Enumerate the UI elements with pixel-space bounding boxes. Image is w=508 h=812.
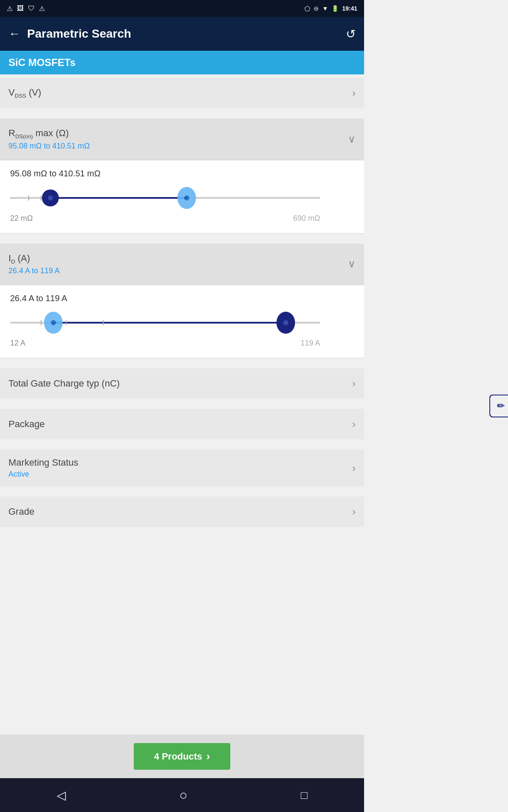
nav-back-button[interactable]: ◁ <box>57 788 66 802</box>
rds-slider-fill <box>50 197 187 199</box>
rds-thumb-left[interactable] <box>41 189 60 207</box>
products-button-label: 4 Products <box>154 751 202 762</box>
bluetooth-icon: ⬠ <box>304 5 310 13</box>
id-max-label: 119 A <box>301 339 320 348</box>
filter-package: Package › <box>0 409 364 439</box>
products-button[interactable]: 4 Products › <box>134 743 230 770</box>
filter-marketing-value: Active <box>8 470 78 479</box>
id-slider-wrapper: 12 A 119 A <box>10 310 320 348</box>
rds-slider-container[interactable] <box>10 185 320 211</box>
warning-icon-2: ⚠ <box>39 5 45 13</box>
id-thumb-left[interactable] <box>44 313 63 332</box>
warning-icon-1: ⚠ <box>7 5 13 13</box>
rds-slider-labels: 22 mΩ 690 mΩ <box>10 214 320 223</box>
rds-slider-track <box>10 197 320 199</box>
battery-icon: 🔋 <box>331 5 339 12</box>
back-button[interactable]: ← <box>8 27 20 41</box>
rds-slider-wrapper: 22 mΩ 690 mΩ <box>10 185 320 223</box>
id-min-label: 12 A <box>10 339 25 348</box>
filter-gate-charge-header[interactable]: Total Gate Charge typ (nC) › <box>0 368 364 399</box>
products-bar: 4 Products › <box>0 735 364 778</box>
filter-rds-header[interactable]: RDS(on) max (Ω) 95.08 mΩ to 410.51 mΩ ∨ <box>0 118 364 160</box>
bottom-section: 4 Products › ◁ ○ □ <box>0 735 364 812</box>
rds-range-label: 95.08 mΩ to 410.51 mΩ <box>10 169 354 178</box>
id-slider-container[interactable] <box>10 310 320 335</box>
id-slider-labels: 12 A 119 A <box>10 339 320 348</box>
filter-grade-header[interactable]: Grade › <box>0 497 364 527</box>
wifi-icon: ▼ <box>322 5 328 12</box>
filter-gate-charge: Total Gate Charge typ (nC) › <box>0 368 364 399</box>
products-button-icon: › <box>207 750 210 763</box>
filter-marketing-arrow: › <box>352 462 356 474</box>
id-range-label: 26.4 A to 119 A <box>10 294 354 303</box>
signal-icon: ⊖ <box>314 5 319 12</box>
filter-grade-title: Grade <box>8 506 34 517</box>
main-content: VDSS (V) › RDS(on) max (Ω) 95.08 mΩ to 4… <box>0 74 364 735</box>
filter-package-arrow: › <box>352 418 356 430</box>
filter-gate-charge-title: Total Gate Charge typ (nC) <box>8 378 120 389</box>
image-icon: 🖼 <box>17 5 24 12</box>
filter-id-header[interactable]: ID (A) 26.4 A to 119 A ∨ <box>0 244 364 285</box>
rds-min-label: 22 mΩ <box>10 214 33 223</box>
status-icons-left: ⚠ 🖼 🛡 ⚠ <box>7 5 45 13</box>
id-slider-track <box>10 322 320 324</box>
filter-grade: Grade › <box>0 497 364 527</box>
nav-recent-button[interactable]: □ <box>301 789 307 802</box>
filter-marketing-header[interactable]: Marketing Status Active › <box>0 450 364 486</box>
filter-id-arrow: ∨ <box>348 258 356 270</box>
nav-home-button[interactable]: ○ <box>179 787 187 803</box>
filter-id-value: 26.4 A to 119 A <box>8 266 60 275</box>
filter-vdss: VDSS (V) › <box>0 78 364 108</box>
filter-package-title: Package <box>8 419 45 430</box>
filter-package-header[interactable]: Package › <box>0 409 364 439</box>
rds-slider-outer: 22 mΩ 690 mΩ ✏ <box>10 185 354 223</box>
filter-rds: RDS(on) max (Ω) 95.08 mΩ to 410.51 mΩ ∨ … <box>0 118 364 233</box>
nav-bar: ◁ ○ □ <box>0 778 364 812</box>
app-bar: ← Parametric Search ↺ <box>0 17 364 51</box>
app-title: Parametric Search <box>27 27 131 41</box>
filter-gate-charge-arrow: › <box>352 378 356 390</box>
status-bar: ⚠ 🖼 🛡 ⚠ ⬠ ⊖ ▼ 🔋 19:41 <box>0 0 364 17</box>
filter-id-title: ID (A) <box>8 253 60 265</box>
filter-rds-arrow: ∨ <box>348 133 356 145</box>
category-title: SiC MOSFETs <box>8 57 75 68</box>
filter-rds-slider-section: 95.08 mΩ to 410.51 mΩ <box>0 160 364 233</box>
filter-marketing-title: Marketing Status <box>8 457 78 468</box>
time-display: 19:41 <box>342 5 357 12</box>
filter-vdss-arrow: › <box>352 87 356 99</box>
filter-rds-value: 95.08 mΩ to 410.51 mΩ <box>8 142 90 151</box>
shield-icon: 🛡 <box>28 5 35 12</box>
refresh-button[interactable]: ↺ <box>346 27 356 41</box>
filter-vdss-title: VDSS (V) <box>8 87 41 99</box>
id-slider-fill <box>53 322 286 324</box>
app-bar-left: ← Parametric Search <box>8 27 131 41</box>
filter-marketing: Marketing Status Active › <box>0 450 364 486</box>
filter-rds-title: RDS(on) max (Ω) <box>8 128 90 140</box>
filter-id-slider-section: 26.4 A to 119 A <box>0 285 364 358</box>
id-thumb-right[interactable] <box>276 313 295 332</box>
rds-thumb-right[interactable] <box>177 189 196 207</box>
category-header: SiC MOSFETs <box>0 51 364 74</box>
id-slider-outer: 12 A 119 A ✏ <box>10 310 354 348</box>
filter-id: ID (A) 26.4 A to 119 A ∨ 26.4 A to 119 A <box>0 244 364 358</box>
rds-max-label: 690 mΩ <box>293 214 320 223</box>
filter-grade-arrow: › <box>352 506 356 518</box>
filter-vdss-header[interactable]: VDSS (V) › <box>0 78 364 108</box>
status-icons-right: ⬠ ⊖ ▼ 🔋 19:41 <box>304 5 357 13</box>
